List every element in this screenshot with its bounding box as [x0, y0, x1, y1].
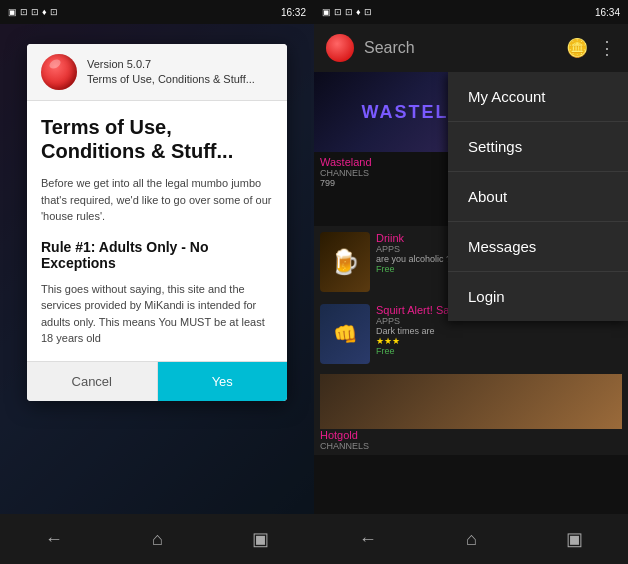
dialog-body-text: Before we get into all the legal mumbo j… — [41, 175, 273, 225]
hotgold-title: Hotgold — [320, 429, 622, 441]
dropdown-item-login[interactable]: Login — [448, 272, 628, 321]
dropdown-item-messages[interactable]: Messages — [448, 222, 628, 272]
left-nav-bar: ← ⌂ ▣ — [0, 514, 314, 564]
dialog-version: Version 5.0.7 — [87, 57, 255, 72]
right-toolbar: Search 🪙 ⋮ — [314, 24, 628, 72]
right-status-bar: ▣⊡⊡♦⊡ 16:34 — [314, 0, 628, 24]
hotgold-image — [320, 374, 622, 429]
dialog-header-text: Version 5.0.7 Terms of Use, Conditions &… — [87, 57, 255, 88]
dialog-rule-text: This goes without saying, this site and … — [41, 281, 273, 347]
yes-button[interactable]: Yes — [158, 362, 288, 401]
hotgold-item: Hotgold CHANNELS — [314, 370, 628, 455]
back-icon[interactable]: ← — [45, 529, 63, 550]
dropdown-item-about[interactable]: About — [448, 172, 628, 222]
right-panel: ▣⊡⊡♦⊡ 16:34 Search 🪙 ⋮ WASTELAND Wastela… — [314, 0, 628, 564]
squirt-desc: Dark times are — [376, 326, 622, 336]
squirt-image: 👊 — [320, 304, 370, 364]
home-icon[interactable]: ⌂ — [152, 529, 163, 550]
drink-image: 🍺 — [320, 232, 370, 292]
right-nav-bar: ← ⌂ ▣ — [314, 514, 628, 564]
squirt-price: Free — [376, 346, 622, 356]
dialog-overlay: Version 5.0.7 Terms of Use, Conditions &… — [0, 24, 314, 514]
app-logo — [41, 54, 77, 90]
dialog-actions: Cancel Yes — [27, 361, 287, 401]
squirt-stars: ★★★ — [376, 336, 622, 346]
left-time: 16:32 — [281, 7, 306, 18]
search-text[interactable]: Search — [364, 39, 556, 57]
dialog-title: Terms of Use, Conditions & Stuff... — [41, 115, 273, 163]
dropdown-item-settings[interactable]: Settings — [448, 122, 628, 172]
right-status-icons: ▣⊡⊡♦⊡ — [322, 7, 372, 17]
dropdown-item-my-account[interactable]: My Account — [448, 72, 628, 122]
right-recent-icon[interactable]: ▣ — [566, 528, 583, 550]
dropdown-menu: My Account Settings About Messages Login — [448, 72, 628, 321]
right-home-icon[interactable]: ⌂ — [466, 529, 477, 550]
right-time: 16:34 — [595, 7, 620, 18]
right-back-icon[interactable]: ← — [359, 529, 377, 550]
toolbar-app-logo — [326, 34, 354, 62]
left-panel: ▣⊡⊡♦⊡ 16:32 Version 5.0.7 Terms of Use, … — [0, 0, 314, 564]
dialog-header: Version 5.0.7 Terms of Use, Conditions &… — [27, 44, 287, 101]
cancel-button[interactable]: Cancel — [27, 362, 158, 401]
terms-dialog: Version 5.0.7 Terms of Use, Conditions &… — [27, 44, 287, 401]
dialog-rule-title: Rule #1: Adults Only - No Exceptions — [41, 239, 273, 271]
hotgold-subtitle: CHANNELS — [320, 441, 622, 451]
recent-icon[interactable]: ▣ — [252, 528, 269, 550]
coins-icon: 🪙 — [566, 37, 588, 59]
left-status-icons: ▣⊡⊡♦⊡ — [8, 7, 58, 17]
dialog-body: Terms of Use, Conditions & Stuff... Befo… — [27, 101, 287, 347]
right-content: WASTELAND Wasteland CHANNELS 799 👤 Kamas… — [314, 72, 628, 514]
left-status-bar: ▣⊡⊡♦⊡ 16:32 — [0, 0, 314, 24]
dialog-header-subtitle: Terms of Use, Conditions & Stuff... — [87, 72, 255, 87]
more-icon[interactable]: ⋮ — [598, 37, 616, 59]
